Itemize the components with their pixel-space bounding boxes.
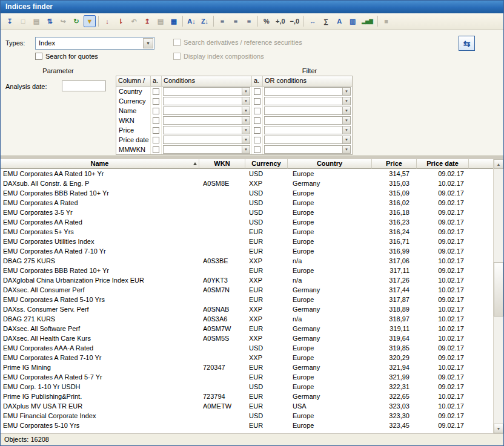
filter-header-0[interactable]: Column /	[116, 76, 151, 87]
chevron-down-icon[interactable]: ▼	[342, 136, 350, 143]
chevron-down-icon[interactable]: ▼	[242, 88, 250, 95]
chart-icon[interactable]: ▂▅▇	[360, 15, 374, 27]
fit-columns-icon[interactable]: ↔	[307, 15, 319, 27]
insert-row-icon[interactable]: ↓	[101, 15, 113, 27]
or-conditions-dropdown[interactable]: ▼	[264, 126, 351, 134]
conditions-dropdown[interactable]: ▼	[163, 116, 250, 125]
load-data-icon[interactable]: ↧	[4, 15, 16, 27]
chevron-down-icon[interactable]: ▼	[242, 126, 250, 134]
and-checkbox[interactable]	[153, 108, 159, 114]
or-and-checkbox[interactable]	[254, 108, 260, 114]
search-quotes-checkbox[interactable]	[35, 53, 42, 60]
table-row[interactable]: EMU Corporates 3-5 YrUSDEurope316,1809.0…	[1, 208, 493, 217]
and-checkbox[interactable]	[153, 117, 159, 124]
conditions-dropdown[interactable]: ▼	[163, 97, 250, 105]
or-conditions-dropdown[interactable]: ▼	[264, 116, 351, 125]
conditions-dropdown[interactable]: ▼	[163, 145, 250, 154]
chevron-down-icon[interactable]: ▼	[342, 97, 350, 105]
pane-splitter[interactable]	[1, 155, 503, 159]
table-row[interactable]: EMU Corporates BBB Rated 10+ YrUSDEurope…	[1, 188, 493, 198]
table-row[interactable]: EMU Corporates A Rated 7-10 YrXXPEurope3…	[1, 353, 493, 362]
or-and-checkbox[interactable]	[254, 137, 260, 143]
decrease-decimal-icon[interactable]: −,0	[288, 15, 302, 27]
scroll-up-icon[interactable]: ▲	[494, 159, 503, 169]
run-search-button[interactable]: ⇆	[459, 36, 475, 51]
refresh-icon[interactable]: ↻	[70, 15, 82, 27]
table-row[interactable]: DAXsec. All Health Care KursA0SM5SXXPGer…	[1, 333, 493, 343]
column-header-name[interactable]: Name	[1, 159, 199, 169]
filter-header-4[interactable]: OR conditions	[263, 76, 352, 87]
conditions-dropdown[interactable]: ▼	[163, 107, 250, 115]
table-row[interactable]: EMU Corporates AA RatedUSDEurope316,2309…	[1, 217, 493, 227]
table-row[interactable]: EMU Corporates AA Rated 10+ YrUSDEurope3…	[1, 169, 493, 179]
table-layout-icon[interactable]: ▦	[168, 15, 180, 27]
table-row[interactable]: DBAG 275 KURSA0S3BEXXPn/a317,0610.02.17	[1, 256, 493, 266]
table-row[interactable]: DAXss. Consumer Serv. PerfA0SNABXXPGerma…	[1, 304, 493, 314]
or-conditions-dropdown[interactable]: ▼	[264, 145, 351, 154]
chevron-down-icon[interactable]: ▼	[242, 107, 250, 114]
filter-header-1[interactable]: a.	[151, 76, 162, 87]
conditions-dropdown[interactable]: ▼	[163, 87, 250, 96]
sort-descending-icon[interactable]: Z↓	[199, 15, 211, 27]
align-left-icon[interactable]: ≡	[216, 15, 228, 27]
or-and-checkbox[interactable]	[254, 88, 260, 95]
column-header-country[interactable]: Country	[288, 159, 372, 169]
or-conditions-dropdown[interactable]: ▼	[264, 87, 351, 96]
chevron-down-icon[interactable]: ▼	[242, 97, 250, 105]
table-row[interactable]: EMU Financial Corporate IndexUSDEurope32…	[1, 411, 493, 421]
percent-format-icon[interactable]: %	[260, 15, 273, 27]
search-derivatives-checkbox[interactable]	[173, 39, 181, 46]
conditions-dropdown[interactable]: ▼	[163, 126, 250, 134]
table-row[interactable]: EMU Corporates A Rated 5-10 YrsEUREurope…	[1, 295, 493, 304]
table-row[interactable]: EMU Corporates BBB Rated 10+ YrEUREurope…	[1, 266, 493, 275]
transfer-icon[interactable]: ⇅	[44, 15, 56, 27]
increase-decimal-icon[interactable]: +,0	[274, 15, 287, 27]
table-row[interactable]: EMU Corporates 5+ YrsEUREurope316,2409.0…	[1, 227, 493, 237]
column-header-price[interactable]: Price	[372, 159, 417, 169]
analysis-date-input[interactable]	[62, 80, 106, 91]
align-right-icon[interactable]: ≡	[243, 15, 255, 27]
chevron-down-icon[interactable]: ▼	[342, 146, 350, 153]
align-center-icon[interactable]: ≡	[230, 15, 242, 27]
column-chooser-icon[interactable]: ▥	[346, 15, 359, 27]
chevron-down-icon[interactable]: ▼	[342, 107, 350, 114]
sort-ascending-icon[interactable]: A↓	[185, 15, 197, 27]
and-checkbox[interactable]	[153, 88, 159, 95]
or-and-checkbox[interactable]	[254, 127, 260, 134]
filter-header-3[interactable]: a.	[252, 76, 263, 87]
table-row[interactable]: EMU Corporates 5-10 YrsEUREurope323,4509…	[1, 421, 493, 430]
chevron-down-icon[interactable]: ▼	[342, 126, 350, 134]
table-row[interactable]: DBAG 271 KURSA0S3A6XXPn/a318,9710.02.17	[1, 314, 493, 324]
conditions-dropdown[interactable]: ▼	[163, 136, 250, 144]
table-row[interactable]: EMU Corporates AAA-A RatedUSDEurope319,8…	[1, 343, 493, 353]
vertical-scrollbar[interactable]: ▲ ▼	[493, 159, 503, 433]
scroll-down-icon[interactable]: ▼	[494, 424, 503, 433]
table-row[interactable]: DAXsec. All Software PerfA0SM7WEURGerman…	[1, 324, 493, 333]
table-row[interactable]: EMU Corporates AA Rated 5-7 YrEUREurope3…	[1, 372, 493, 382]
or-conditions-dropdown[interactable]: ▼	[264, 136, 351, 144]
import-icon[interactable]: ↥	[141, 15, 153, 27]
and-checkbox[interactable]	[153, 137, 159, 143]
chevron-down-icon[interactable]: ▼	[242, 146, 250, 153]
display-compositions-checkbox[interactable]	[173, 53, 181, 60]
table-row[interactable]: EMU Corporates AA Rated 7-10 YrEUREurope…	[1, 246, 493, 256]
column-header-currency[interactable]: Currency	[245, 159, 288, 169]
or-and-checkbox[interactable]	[254, 98, 260, 105]
table-row[interactable]: EMU Corporates Utilities IndexEUREurope3…	[1, 237, 493, 246]
table-row[interactable]: DAXplus MV USA TR EURA0METWEURUSA323,031…	[1, 401, 493, 411]
table-row[interactable]: Prime IG Publishing&Print.723794EURGerma…	[1, 392, 493, 401]
table-row[interactable]: EMU Corp. 1-10 Yr USDHUSDEurope322,3109.…	[1, 382, 493, 392]
types-dropdown[interactable]: Index ▼	[35, 37, 154, 50]
scrollbar-thumb[interactable]	[494, 262, 503, 316]
filter-header-2[interactable]: Conditions	[162, 76, 252, 87]
or-conditions-dropdown[interactable]: ▼	[264, 97, 351, 105]
filter-icon[interactable]: ▼	[84, 15, 96, 27]
window-titlebar[interactable]: Indices finder	[1, 1, 503, 13]
and-checkbox[interactable]	[153, 127, 159, 134]
or-conditions-dropdown[interactable]: ▼	[264, 107, 351, 115]
chevron-down-icon[interactable]: ▼	[143, 38, 153, 48]
or-and-checkbox[interactable]	[254, 146, 260, 153]
sum-icon[interactable]: ∑	[320, 15, 332, 27]
table-row[interactable]: EMU Corporates A RatedUSDEurope316,0209.…	[1, 198, 493, 208]
chevron-down-icon[interactable]: ▼	[242, 136, 250, 143]
